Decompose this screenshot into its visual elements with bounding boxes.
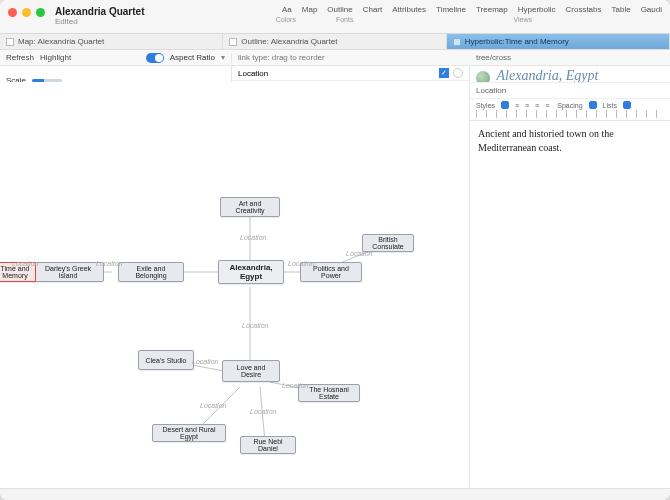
footer: [0, 488, 670, 500]
tab-outline[interactable]: Outline: Alexandria Quartet: [223, 34, 446, 49]
edge-label: Location: [240, 234, 266, 241]
view-map[interactable]: Map: [302, 5, 318, 14]
search-check-icon[interactable]: ✓: [439, 68, 449, 78]
spacing-menu-icon[interactable]: [589, 101, 597, 109]
location-label: Location: [470, 82, 670, 99]
edge-label: Location: [96, 260, 122, 267]
app-window: Alexandria Quartet Edited Aa Map Outline…: [0, 0, 670, 500]
note-body[interactable]: Ancient and historied town on the Medite…: [470, 121, 670, 160]
node-root[interactable]: Alexandria, Egypt: [218, 260, 284, 284]
edge-label: Location: [282, 382, 308, 389]
tree-cross-label: tree/cross: [476, 53, 511, 62]
view-hyperbolic[interactable]: Hyperbolic: [518, 5, 556, 14]
view-timeline[interactable]: Timeline: [436, 5, 466, 14]
tab-icon: [6, 38, 14, 46]
right-panel: Location Styles ≡ ≡ ≡ ≡ Spacing Lists An…: [470, 82, 670, 488]
colors-label: Colors: [276, 16, 296, 23]
tab-map[interactable]: Map: Alexandria Quartet: [0, 34, 223, 49]
tab-label: Hyperbolic:Time and Memory: [465, 37, 569, 46]
node-art[interactable]: Art and Creativity: [220, 197, 280, 217]
node-clea[interactable]: Clea's Studio: [138, 350, 194, 370]
text-ruler: Styles ≡ ≡ ≡ ≡ Spacing Lists: [470, 99, 670, 121]
view-chart[interactable]: Chart: [363, 5, 383, 14]
styles-label: Styles: [476, 102, 495, 109]
window-title: Alexandria Quartet: [55, 6, 144, 17]
colors-button[interactable]: Aa: [282, 5, 292, 14]
view-crosstabs[interactable]: Crosstabs: [566, 5, 602, 14]
edge-label: Location: [242, 322, 268, 329]
ruler-ticks[interactable]: [476, 110, 664, 118]
node-darley[interactable]: Darley's Greek Island: [32, 262, 104, 282]
aspect-label: Aspect Ratio: [170, 53, 215, 62]
fonts-label: Fonts: [336, 16, 354, 23]
node-desert[interactable]: Desert and Rural Egypt: [152, 424, 226, 442]
edge-label: Location: [288, 260, 314, 267]
edges-layer: [0, 82, 469, 488]
window-controls: [8, 4, 45, 17]
note-heading: Alexandria, Egypt: [497, 68, 599, 83]
node-rue[interactable]: Rue Nebi Daniel: [240, 436, 296, 454]
window-subtitle: Edited: [55, 17, 144, 26]
node-love[interactable]: Love and Desire: [222, 360, 280, 382]
view-table[interactable]: Table: [612, 5, 631, 14]
search-clear-icon[interactable]: [453, 68, 463, 78]
view-treemap[interactable]: Treemap: [476, 5, 508, 14]
subheader: Refresh Highlight Aspect Ratio ▾ link ty…: [0, 50, 670, 66]
view-gaudi[interactable]: Gaudi: [641, 5, 662, 14]
edge-label: Location: [192, 358, 218, 365]
tab-icon: [453, 38, 461, 46]
spacing-label: Spacing: [557, 102, 582, 109]
minimize-icon[interactable]: [22, 8, 31, 17]
refresh-button[interactable]: Refresh: [6, 53, 34, 62]
edge-label: Location: [12, 260, 38, 267]
views-label: Views: [513, 16, 532, 23]
map-canvas[interactable]: Alexandria, Egypt Art and Creativity Exi…: [0, 82, 470, 488]
node-exile[interactable]: Exile and Belonging: [118, 262, 184, 282]
tab-label: Outline: Alexandria Quartet: [241, 37, 337, 46]
titlebar: Alexandria Quartet Edited Aa Map Outline…: [0, 0, 670, 34]
link-hint: link type: drag to reorder: [238, 53, 325, 62]
edge-label: Location: [250, 408, 276, 415]
tab-row: Map: Alexandria Quartet Outline: Alexand…: [0, 34, 670, 50]
main-area: Alexandria, Egypt Art and Creativity Exi…: [0, 82, 670, 488]
aspect-menu-icon[interactable]: ▾: [221, 53, 225, 62]
zoom-icon[interactable]: [36, 8, 45, 17]
lists-label: Lists: [603, 102, 617, 109]
edge-label: Location: [346, 250, 372, 257]
tab-label: Map: Alexandria Quartet: [18, 37, 104, 46]
tab-hyperbolic[interactable]: Hyperbolic:Time and Memory: [447, 34, 670, 49]
outline-search-input[interactable]: [238, 69, 435, 78]
view-outline[interactable]: Outline: [327, 5, 352, 14]
aspect-toggle[interactable]: [146, 53, 164, 63]
title-group: Alexandria Quartet Edited: [55, 4, 144, 26]
highlight-button[interactable]: Highlight: [40, 53, 71, 62]
edge-label: Location: [200, 402, 226, 409]
align-buttons[interactable]: ≡ ≡ ≡ ≡: [515, 102, 551, 109]
tab-icon: [229, 38, 237, 46]
toolbar: Aa Map Outline Chart Attributes Timeline…: [276, 4, 662, 23]
close-icon[interactable]: [8, 8, 17, 17]
styles-menu-icon[interactable]: [501, 101, 509, 109]
view-attributes[interactable]: Attributes: [392, 5, 426, 14]
lists-menu-icon[interactable]: [623, 101, 631, 109]
